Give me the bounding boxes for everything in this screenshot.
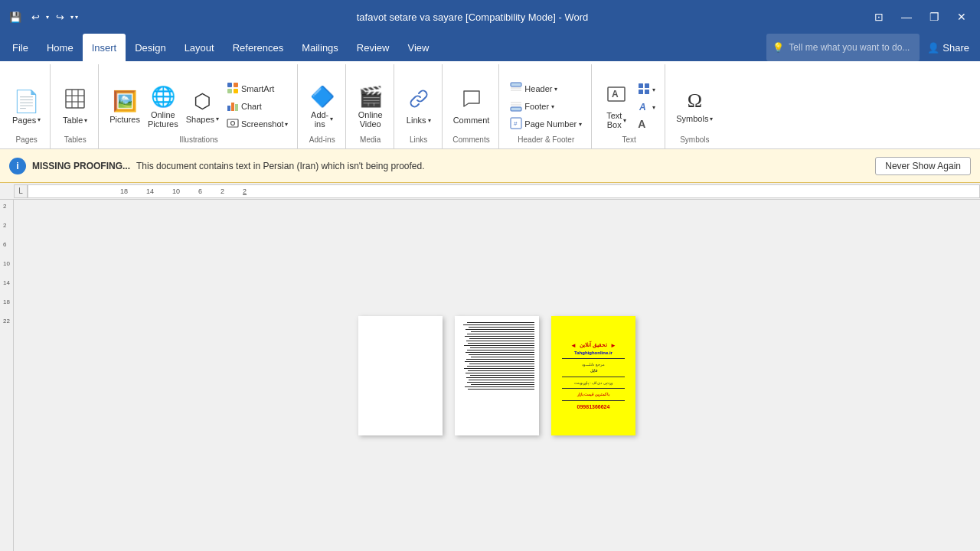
svg-text:A: A <box>612 89 619 99</box>
pages-button[interactable]: 📄 Pages▾ <box>9 77 44 135</box>
redo-button[interactable]: ↪ <box>51 8 69 26</box>
symbols-button[interactable]: Ω Symbols▾ <box>673 77 716 135</box>
ribbon-group-addins: 🔷 Add-ins▾ Add-ins <box>299 64 346 148</box>
wordart-dropdown[interactable]: ▾ <box>652 104 655 111</box>
menu-design[interactable]: Design <box>126 34 175 61</box>
search-input[interactable] <box>789 42 911 53</box>
menu-view[interactable]: View <box>398 34 438 61</box>
ribbon: 📄 Pages▾ Pages Table▾ Ta <box>0 61 980 149</box>
tables-group-label: Tables <box>64 135 87 144</box>
close-button[interactable]: ✕ <box>949 5 974 29</box>
links-button[interactable]: Links▾ <box>402 77 436 135</box>
chart-button[interactable]: Chart <box>224 98 291 115</box>
ruler-corner[interactable]: L <box>14 184 28 198</box>
svg-rect-25 <box>645 83 649 88</box>
page-number-icon: # <box>510 117 522 131</box>
comment-button[interactable]: Comment <box>450 77 493 135</box>
ad-phone: 09981366624 <box>577 404 610 409</box>
screenshot-label: Screenshot▾ <box>241 119 288 129</box>
undo-dropdown-arrow[interactable]: ▾ <box>46 14 49 21</box>
never-show-again-button[interactable]: Never Show Again <box>875 157 971 175</box>
smartart-button[interactable]: SmartArt <box>224 80 291 97</box>
share-button[interactable]: 👤 Share <box>920 34 977 61</box>
pages-buttons: 📄 Pages▾ <box>9 64 44 145</box>
quick-parts-button[interactable]: ▾ <box>635 81 658 98</box>
header-button[interactable]: Header ▾ <box>507 80 585 97</box>
smartart-icon <box>227 82 239 96</box>
ribbon-group-media: 🎬 OnlineVideo Media <box>348 64 394 148</box>
menu-file[interactable]: File <box>3 34 38 61</box>
menu-home[interactable]: Home <box>38 34 83 61</box>
ad-line4: با کمترین قیمت بازار <box>577 392 609 397</box>
ad-divider1 <box>562 358 625 359</box>
ruler-mark-10: 10 <box>172 187 180 195</box>
pictures-label: Pictures <box>109 115 140 124</box>
addins-button[interactable]: 🔷 Add-ins▾ <box>305 77 339 135</box>
ad-arrow-left: ◄ <box>570 342 577 349</box>
ribbon-group-pages: 📄 Pages▾ Pages <box>3 64 51 148</box>
ruler-container: L 18 14 10 6 2 2 <box>0 183 980 200</box>
redo-dropdown-arrow[interactable]: ▾ <box>70 14 74 21</box>
notification-title: MISSING PROOFING... <box>32 161 130 171</box>
ad-header: ◄ تحقیق آنلاین ► <box>570 342 616 349</box>
footer-icon <box>510 99 522 113</box>
horizontal-ruler: 18 14 10 6 2 2 <box>28 184 980 198</box>
tell-me-search[interactable]: 💡 <box>766 34 920 61</box>
vertical-ruler: 2 2 6 10 14 18 22 <box>0 200 14 551</box>
online-video-label: OnlineVideo <box>358 110 383 129</box>
main-area: 2 2 6 10 14 18 22 <box>0 200 980 551</box>
wordart-button[interactable]: A ▾ <box>635 99 658 116</box>
table-button[interactable]: Table▾ <box>58 77 92 135</box>
minimize-button[interactable]: — <box>894 5 919 29</box>
dropcap-button[interactable]: A <box>635 116 658 132</box>
title-bar-left: 💾 ↩ ▾ ↪ ▾ ▾ <box>6 8 78 26</box>
undo-button[interactable]: ↩ <box>26 8 44 26</box>
restore-button[interactable]: ❐ <box>922 5 946 29</box>
online-video-button[interactable]: 🎬 OnlineVideo <box>354 77 387 135</box>
textbox-button[interactable]: A TextBox▾ <box>599 77 633 135</box>
pictures-button[interactable]: 🖼️ Pictures <box>106 77 143 135</box>
v-ruler-18: 18 <box>3 298 10 305</box>
svg-rect-6 <box>234 83 238 87</box>
screenshot-icon <box>227 117 239 131</box>
menu-mailings[interactable]: Mailings <box>292 34 348 61</box>
ruler-mark-14: 14 <box>146 187 154 195</box>
textbox-label: TextBox▾ <box>606 111 626 129</box>
header-footer-col: Header ▾ Footer ▾ # Page Number ▾ <box>507 80 585 132</box>
ad-divider3 <box>562 388 625 389</box>
restore-ribbon-button[interactable]: ⊡ <box>867 5 891 29</box>
screenshot-button[interactable]: Screenshot▾ <box>224 116 291 132</box>
ad-divider4 <box>562 400 625 401</box>
quick-parts-dropdown[interactable]: ▾ <box>652 86 655 93</box>
ruler-mark-2: 2 <box>220 187 224 195</box>
ruler-mark-18: 18 <box>120 187 128 195</box>
header-footer-buttons: Header ▾ Footer ▾ # Page Number ▾ <box>507 64 585 145</box>
svg-rect-0 <box>66 90 84 108</box>
online-pictures-button[interactable]: 🌐 OnlinePictures <box>145 77 181 135</box>
menu-insert[interactable]: Insert <box>83 34 126 61</box>
ribbon-group-tables: Table▾ Tables <box>52 64 99 148</box>
ribbon-group-illustrations: 🖼️ Pictures 🌐 OnlinePictures ⬡ Shapes▾ S… <box>100 64 297 148</box>
svg-text:A: A <box>639 102 646 112</box>
menu-references[interactable]: References <box>224 34 292 61</box>
notification-icon: i <box>9 158 26 174</box>
illustrations-group-label: Illustrations <box>179 135 218 144</box>
footer-button[interactable]: Footer ▾ <box>507 98 585 115</box>
footer-dropdown[interactable]: ▾ <box>551 103 554 110</box>
table-label: Table▾ <box>63 116 87 125</box>
menu-review[interactable]: Review <box>348 34 399 61</box>
addins-label: Add-ins▾ <box>311 110 333 129</box>
links-icon <box>408 88 430 114</box>
header-dropdown[interactable]: ▾ <box>554 86 557 93</box>
info-icon: i <box>16 160 19 171</box>
shapes-button[interactable]: ⬡ Shapes▾ <box>183 77 222 135</box>
page-number-button[interactable]: # Page Number ▾ <box>507 116 585 132</box>
ad-divider2 <box>562 377 625 377</box>
chart-label: Chart <box>241 102 262 111</box>
lightbulb-icon: 💡 <box>773 42 784 53</box>
chart-icon <box>227 99 239 113</box>
menu-layout[interactable]: Layout <box>175 34 224 61</box>
text-group-label: Text <box>622 135 636 144</box>
save-button[interactable]: 💾 <box>6 8 24 26</box>
page-number-dropdown[interactable]: ▾ <box>579 121 582 128</box>
